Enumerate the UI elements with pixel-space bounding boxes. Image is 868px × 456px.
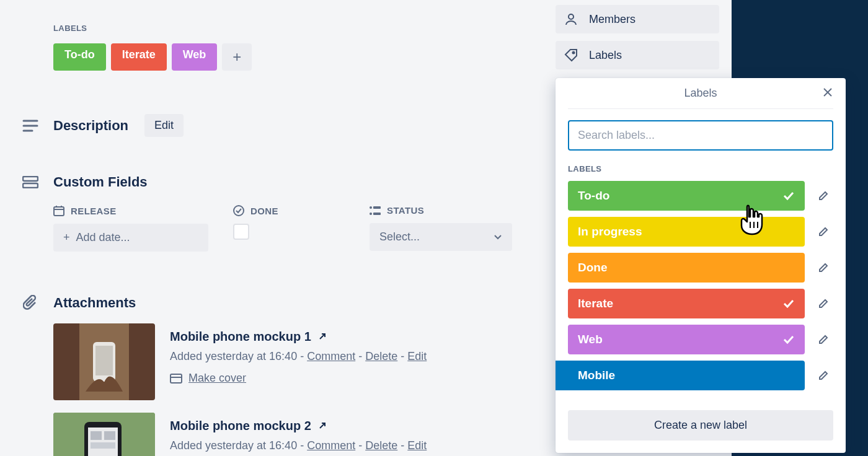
svg-rect-13 — [373, 213, 381, 215]
attachment-2-comment[interactable]: Comment — [307, 439, 355, 452]
label-edit-inprogress[interactable] — [813, 222, 833, 242]
label-option-inprogress[interactable]: In progress — [568, 217, 805, 247]
cf-release-value[interactable]: + Add date... — [53, 224, 208, 252]
applied-labels-row: To-do Iterate Web + — [53, 43, 539, 71]
svg-rect-5 — [54, 207, 64, 216]
cf-release: RELEASE + Add date... — [53, 205, 208, 252]
cover-icon — [170, 374, 182, 384]
label-option-web-text: Web — [578, 333, 603, 346]
list-icon — [370, 206, 381, 215]
svg-rect-16 — [95, 346, 113, 375]
label-option-iterate[interactable]: Iterate — [568, 289, 805, 318]
svg-point-26 — [573, 52, 575, 54]
attachment-1-make-cover[interactable]: Make cover — [188, 372, 246, 385]
label-option-inprogress-text: In progress — [578, 225, 642, 239]
attachment-2-title[interactable]: Mobile phone mockup 2 — [170, 419, 311, 433]
cf-status: STATUS Select... — [370, 205, 525, 252]
sidebar-members-label: Members — [589, 13, 636, 26]
description-section-header: Description Edit — [21, 114, 539, 137]
tag-icon — [564, 48, 578, 62]
paperclip-icon — [21, 295, 40, 311]
label-edit-iterate[interactable] — [813, 294, 833, 314]
applied-label-todo[interactable]: To-do — [53, 43, 106, 71]
label-edit-todo[interactable] — [813, 186, 833, 206]
label-edit-mobile[interactable] — [813, 366, 833, 385]
svg-rect-3 — [23, 177, 38, 181]
cf-done: DONE — [233, 205, 345, 252]
members-icon — [564, 12, 578, 26]
attachment-item-1: Mobile phone mockup 1 Added yesterday at… — [53, 323, 539, 400]
attachment-2-delete[interactable]: Delete — [365, 439, 397, 452]
svg-point-11 — [370, 213, 372, 215]
label-option-done[interactable]: Done — [568, 253, 805, 283]
sidebar-labels-button[interactable]: Labels — [556, 41, 719, 69]
svg-point-25 — [569, 14, 574, 19]
attachment-2-added: Added yesterday at 16:40 — [170, 439, 297, 452]
applied-label-iterate[interactable]: Iterate — [111, 43, 167, 71]
labels-popover: Labels LABELS To-do In progress Done — [556, 78, 846, 453]
card-sidebar: Members Labels — [556, 5, 719, 69]
check-icon — [782, 191, 795, 201]
attachments-heading: Attachments — [53, 295, 136, 311]
svg-point-9 — [234, 206, 244, 216]
cf-status-value-text: Select... — [379, 230, 420, 243]
svg-point-10 — [370, 206, 372, 209]
plus-icon: + — [63, 231, 70, 244]
label-option-todo[interactable]: To-do — [568, 181, 805, 211]
custom-fields-heading: Custom Fields — [53, 174, 148, 190]
cf-release-value-text: Add date... — [76, 231, 130, 244]
label-option-done-text: Done — [578, 261, 608, 274]
custom-fields-icon — [21, 176, 40, 188]
custom-fields-row: RELEASE + Add date... DONE STATUS — [53, 205, 539, 252]
cf-release-label: RELEASE — [71, 206, 117, 216]
description-heading: Description — [53, 118, 128, 134]
external-link-icon[interactable] — [317, 422, 326, 431]
label-option-todo-text: To-do — [578, 189, 609, 203]
calendar-icon — [53, 205, 64, 216]
check-icon — [782, 335, 795, 344]
svg-rect-17 — [170, 374, 182, 383]
attachment-item-2: Mobile phone mockup 2 Added yesterday at… — [53, 413, 539, 456]
add-label-button[interactable]: + — [222, 43, 252, 71]
svg-rect-23 — [104, 431, 115, 440]
check-circle-icon — [233, 205, 244, 216]
sidebar-members-button[interactable]: Members — [556, 5, 719, 33]
card-main-content: LABELS To-do Iterate Web + Description E… — [0, 0, 539, 456]
description-icon — [21, 120, 40, 132]
attachment-1-delete[interactable]: Delete — [365, 350, 397, 362]
cf-done-label: DONE — [250, 206, 278, 216]
label-option-mobile[interactable]: Mobile — [556, 361, 805, 390]
check-icon — [782, 299, 795, 309]
applied-label-web[interactable]: Web — [172, 43, 218, 71]
svg-rect-4 — [23, 183, 38, 188]
custom-fields-section-header: Custom Fields — [21, 174, 539, 190]
labels-search-input[interactable] — [568, 120, 833, 151]
popover-title: Labels — [684, 87, 717, 99]
create-new-label-button[interactable]: Create a new label — [568, 410, 833, 441]
label-option-iterate-text: Iterate — [578, 297, 613, 310]
popover-close-button[interactable] — [822, 87, 833, 98]
cf-status-label: STATUS — [387, 205, 424, 216]
sidebar-labels-label: Labels — [589, 49, 622, 62]
chevron-down-icon — [494, 234, 502, 240]
svg-rect-22 — [91, 431, 102, 440]
svg-rect-24 — [91, 442, 115, 449]
attachments-section-header: Attachments — [21, 295, 539, 311]
attachment-thumbnail-1[interactable] — [53, 323, 155, 400]
description-edit-button[interactable]: Edit — [144, 114, 184, 137]
labels-heading: LABELS — [53, 24, 87, 33]
attachment-thumbnail-2[interactable] — [53, 413, 155, 456]
attachment-1-edit[interactable]: Edit — [407, 350, 427, 362]
attachment-1-comment[interactable]: Comment — [307, 350, 355, 362]
attachment-2-edit[interactable]: Edit — [407, 439, 427, 452]
labels-option-list: To-do In progress Done Iterate — [568, 181, 833, 390]
attachment-1-added: Added yesterday at 16:40 — [170, 350, 297, 362]
cf-status-select[interactable]: Select... — [370, 223, 512, 251]
cf-done-checkbox[interactable] — [233, 224, 249, 240]
label-edit-done[interactable] — [813, 258, 833, 278]
attachment-1-title[interactable]: Mobile phone mockup 1 — [170, 330, 311, 344]
label-edit-web[interactable] — [813, 330, 833, 349]
external-link-icon[interactable] — [317, 333, 326, 341]
svg-rect-12 — [373, 206, 381, 209]
label-option-web[interactable]: Web — [568, 325, 805, 354]
